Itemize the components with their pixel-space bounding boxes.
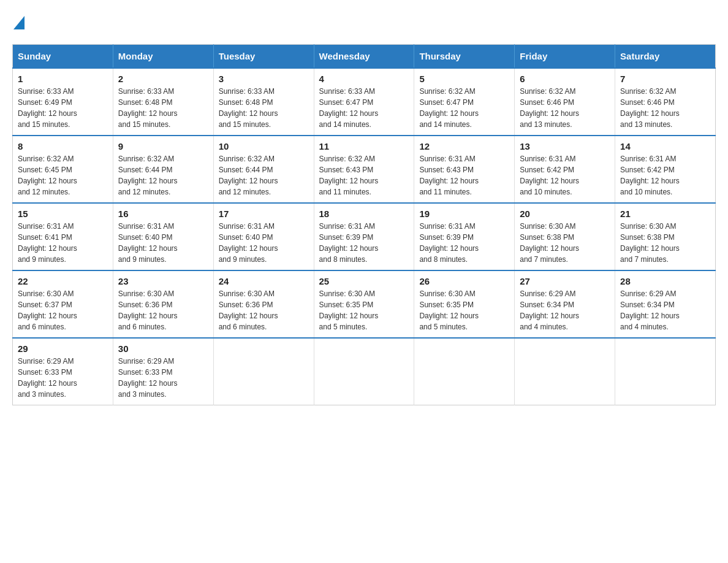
day-number: 20 xyxy=(520,209,610,219)
day-number: 2 xyxy=(118,74,208,84)
day-info: Sunrise: 6:33 AMSunset: 6:47 PMDaylight:… xyxy=(319,86,409,130)
week-row-4: 22Sunrise: 6:30 AMSunset: 6:37 PMDayligh… xyxy=(13,270,716,338)
day-number: 12 xyxy=(419,141,509,151)
day-number: 22 xyxy=(18,276,108,286)
logo-text xyxy=(12,12,25,32)
calendar-cell: 18Sunrise: 6:31 AMSunset: 6:39 PMDayligh… xyxy=(314,203,414,270)
day-number: 3 xyxy=(219,74,309,84)
calendar-cell: 6Sunrise: 6:32 AMSunset: 6:46 PMDaylight… xyxy=(515,68,615,136)
day-number: 18 xyxy=(319,209,409,219)
day-info: Sunrise: 6:32 AMSunset: 6:44 PMDaylight:… xyxy=(118,153,208,197)
calendar-cell: 23Sunrise: 6:30 AMSunset: 6:36 PMDayligh… xyxy=(113,270,213,338)
day-info: Sunrise: 6:30 AMSunset: 6:35 PMDaylight:… xyxy=(419,288,509,332)
week-row-2: 8Sunrise: 6:32 AMSunset: 6:45 PMDaylight… xyxy=(13,136,716,203)
day-number: 9 xyxy=(118,141,208,151)
day-info: Sunrise: 6:32 AMSunset: 6:43 PMDaylight:… xyxy=(319,153,409,197)
day-number: 19 xyxy=(419,209,509,219)
day-number: 15 xyxy=(18,209,108,219)
calendar-cell: 14Sunrise: 6:31 AMSunset: 6:42 PMDayligh… xyxy=(615,136,716,203)
day-info: Sunrise: 6:33 AMSunset: 6:49 PMDaylight:… xyxy=(18,86,108,130)
day-info: Sunrise: 6:30 AMSunset: 6:36 PMDaylight:… xyxy=(219,288,309,332)
calendar-cell xyxy=(314,338,414,405)
day-info: Sunrise: 6:31 AMSunset: 6:43 PMDaylight:… xyxy=(419,153,509,197)
day-info: Sunrise: 6:31 AMSunset: 6:39 PMDaylight:… xyxy=(419,221,509,265)
day-number: 26 xyxy=(419,276,509,286)
calendar-cell: 9Sunrise: 6:32 AMSunset: 6:44 PMDaylight… xyxy=(113,136,213,203)
calendar-cell: 1Sunrise: 6:33 AMSunset: 6:49 PMDaylight… xyxy=(13,68,113,136)
day-number: 7 xyxy=(620,74,710,84)
calendar-cell xyxy=(414,338,515,405)
day-info: Sunrise: 6:32 AMSunset: 6:46 PMDaylight:… xyxy=(620,86,710,130)
header-saturday: Saturday xyxy=(615,45,716,69)
day-number: 21 xyxy=(620,209,710,219)
day-number: 6 xyxy=(520,74,610,84)
calendar-cell: 21Sunrise: 6:30 AMSunset: 6:38 PMDayligh… xyxy=(615,203,716,270)
day-info: Sunrise: 6:30 AMSunset: 6:35 PMDaylight:… xyxy=(319,288,409,332)
week-row-1: 1Sunrise: 6:33 AMSunset: 6:49 PMDaylight… xyxy=(13,68,716,136)
calendar-cell: 20Sunrise: 6:30 AMSunset: 6:38 PMDayligh… xyxy=(515,203,615,270)
calendar-cell: 17Sunrise: 6:31 AMSunset: 6:40 PMDayligh… xyxy=(213,203,314,270)
calendar-cell: 25Sunrise: 6:30 AMSunset: 6:35 PMDayligh… xyxy=(314,270,414,338)
calendar-cell xyxy=(615,338,716,405)
calendar-cell: 16Sunrise: 6:31 AMSunset: 6:40 PMDayligh… xyxy=(113,203,213,270)
calendar-cell: 12Sunrise: 6:31 AMSunset: 6:43 PMDayligh… xyxy=(414,136,515,203)
calendar-cell: 15Sunrise: 6:31 AMSunset: 6:41 PMDayligh… xyxy=(13,203,113,270)
calendar-cell: 8Sunrise: 6:32 AMSunset: 6:45 PMDaylight… xyxy=(13,136,113,203)
calendar-cell: 19Sunrise: 6:31 AMSunset: 6:39 PMDayligh… xyxy=(414,203,515,270)
calendar-cell: 2Sunrise: 6:33 AMSunset: 6:48 PMDaylight… xyxy=(113,68,213,136)
header-tuesday: Tuesday xyxy=(213,45,314,69)
page-header xyxy=(12,12,716,32)
header-sunday: Sunday xyxy=(13,45,113,69)
day-info: Sunrise: 6:33 AMSunset: 6:48 PMDaylight:… xyxy=(118,86,208,130)
day-number: 4 xyxy=(319,74,409,84)
calendar-cell: 7Sunrise: 6:32 AMSunset: 6:46 PMDaylight… xyxy=(615,68,716,136)
day-number: 14 xyxy=(620,141,710,151)
day-info: Sunrise: 6:33 AMSunset: 6:48 PMDaylight:… xyxy=(219,86,309,130)
day-info: Sunrise: 6:30 AMSunset: 6:38 PMDaylight:… xyxy=(620,221,710,265)
day-number: 1 xyxy=(18,74,108,84)
day-number: 30 xyxy=(118,343,208,354)
day-info: Sunrise: 6:30 AMSunset: 6:38 PMDaylight:… xyxy=(520,221,610,265)
day-number: 16 xyxy=(118,209,208,219)
day-number: 5 xyxy=(419,74,509,84)
logo-triangle-icon xyxy=(13,16,25,29)
day-number: 25 xyxy=(319,276,409,286)
day-number: 28 xyxy=(620,276,710,286)
day-number: 17 xyxy=(219,209,309,219)
calendar-cell: 28Sunrise: 6:29 AMSunset: 6:34 PMDayligh… xyxy=(615,270,716,338)
calendar-cell: 22Sunrise: 6:30 AMSunset: 6:37 PMDayligh… xyxy=(13,270,113,338)
calendar-cell: 10Sunrise: 6:32 AMSunset: 6:44 PMDayligh… xyxy=(213,136,314,203)
header-thursday: Thursday xyxy=(414,45,515,69)
logo xyxy=(12,12,25,32)
calendar-cell: 13Sunrise: 6:31 AMSunset: 6:42 PMDayligh… xyxy=(515,136,615,203)
day-info: Sunrise: 6:31 AMSunset: 6:40 PMDaylight:… xyxy=(219,221,309,265)
day-info: Sunrise: 6:31 AMSunset: 6:40 PMDaylight:… xyxy=(118,221,208,265)
calendar-cell: 3Sunrise: 6:33 AMSunset: 6:48 PMDaylight… xyxy=(213,68,314,136)
week-row-3: 15Sunrise: 6:31 AMSunset: 6:41 PMDayligh… xyxy=(13,203,716,270)
day-info: Sunrise: 6:32 AMSunset: 6:45 PMDaylight:… xyxy=(18,153,108,197)
calendar-cell: 29Sunrise: 6:29 AMSunset: 6:33 PMDayligh… xyxy=(13,338,113,405)
day-info: Sunrise: 6:29 AMSunset: 6:34 PMDaylight:… xyxy=(520,288,610,332)
day-info: Sunrise: 6:32 AMSunset: 6:46 PMDaylight:… xyxy=(520,86,610,130)
day-info: Sunrise: 6:32 AMSunset: 6:44 PMDaylight:… xyxy=(219,153,309,197)
calendar-cell: 4Sunrise: 6:33 AMSunset: 6:47 PMDaylight… xyxy=(314,68,414,136)
calendar-cell xyxy=(515,338,615,405)
day-info: Sunrise: 6:31 AMSunset: 6:42 PMDaylight:… xyxy=(620,153,710,197)
day-info: Sunrise: 6:29 AMSunset: 6:33 PMDaylight:… xyxy=(18,356,108,400)
day-number: 11 xyxy=(319,141,409,151)
day-number: 27 xyxy=(520,276,610,286)
day-number: 29 xyxy=(18,343,108,354)
header-friday: Friday xyxy=(515,45,615,69)
calendar-cell: 5Sunrise: 6:32 AMSunset: 6:47 PMDaylight… xyxy=(414,68,515,136)
day-info: Sunrise: 6:30 AMSunset: 6:36 PMDaylight:… xyxy=(118,288,208,332)
calendar-cell: 26Sunrise: 6:30 AMSunset: 6:35 PMDayligh… xyxy=(414,270,515,338)
calendar-table: SundayMondayTuesdayWednesdayThursdayFrid… xyxy=(12,44,716,405)
day-number: 8 xyxy=(18,141,108,151)
header-wednesday: Wednesday xyxy=(314,45,414,69)
day-number: 10 xyxy=(219,141,309,151)
calendar-cell xyxy=(213,338,314,405)
day-number: 24 xyxy=(219,276,309,286)
day-info: Sunrise: 6:31 AMSunset: 6:39 PMDaylight:… xyxy=(319,221,409,265)
day-info: Sunrise: 6:29 AMSunset: 6:34 PMDaylight:… xyxy=(620,288,710,332)
day-info: Sunrise: 6:32 AMSunset: 6:47 PMDaylight:… xyxy=(419,86,509,130)
